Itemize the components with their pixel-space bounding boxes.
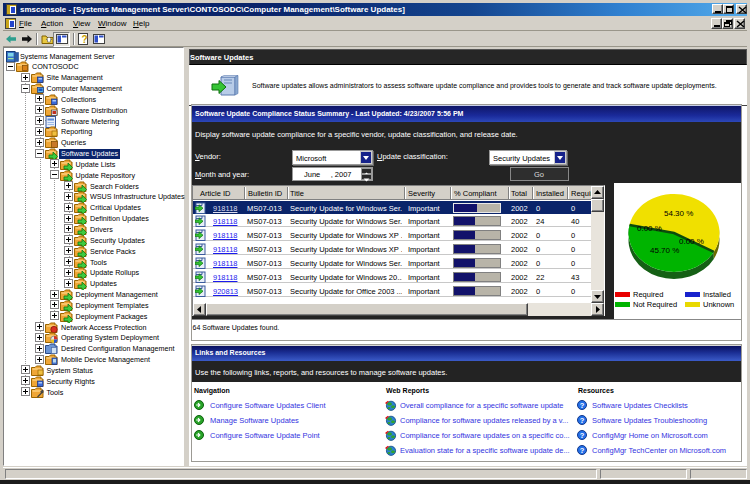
- svg-text:?: ?: [580, 431, 585, 440]
- svg-text:?: ?: [580, 415, 585, 424]
- svg-text:?: ?: [580, 400, 585, 409]
- svg-text:?: ?: [580, 446, 585, 455]
- svg-text:?: ?: [82, 34, 88, 45]
